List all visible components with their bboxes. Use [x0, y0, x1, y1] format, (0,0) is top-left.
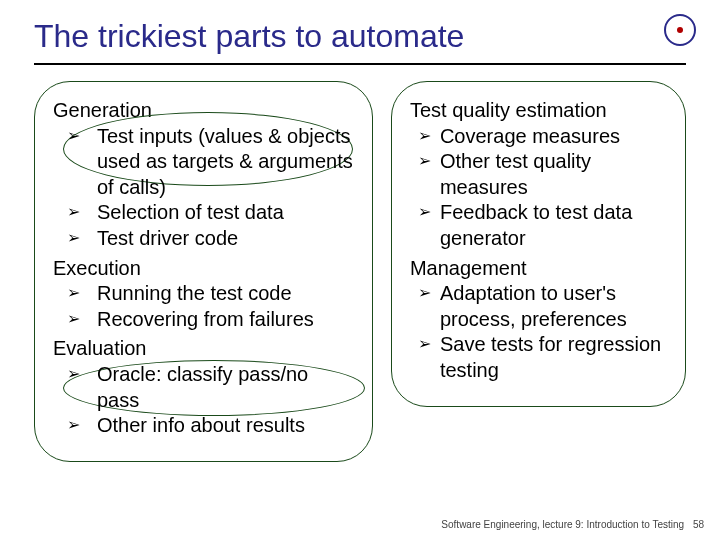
title-rule [34, 63, 686, 65]
list-item: Recovering from failures [67, 307, 354, 333]
evaluation-list: Oracle: classify pass/no pass Other info… [53, 362, 354, 439]
slide-title: The trickiest parts to automate [34, 18, 686, 55]
section-generation: Generation [53, 98, 354, 124]
columns: Generation Test inputs (values & objects… [34, 81, 686, 462]
right-box: Test quality estimation Coverage measure… [391, 81, 686, 407]
logo-circle [664, 14, 696, 46]
list-item: Other info about results [67, 413, 354, 439]
page-number: 58 [693, 519, 704, 530]
management-list: Adaptation to user's process, preference… [410, 281, 667, 383]
list-item: Test driver code [67, 226, 354, 252]
section-execution: Execution [53, 256, 354, 282]
list-item: Oracle: classify pass/no pass [67, 362, 354, 413]
list-item: Test inputs (values & objects used as ta… [67, 124, 354, 201]
list-item: Selection of test data [67, 200, 354, 226]
quality-list: Coverage measures Other test quality mea… [410, 124, 667, 252]
logo-dot-icon [677, 27, 683, 33]
footer-text: Software Engineering, lecture 9: Introdu… [441, 519, 684, 530]
section-evaluation: Evaluation [53, 336, 354, 362]
footer: Software Engineering, lecture 9: Introdu… [441, 519, 704, 530]
list-item: Save tests for regression testing [418, 332, 667, 383]
execution-list: Running the test code Recovering from fa… [53, 281, 354, 332]
left-box: Generation Test inputs (values & objects… [34, 81, 373, 462]
list-item: Running the test code [67, 281, 354, 307]
section-management: Management [410, 256, 667, 282]
list-item: Feedback to test data generator [418, 200, 667, 251]
list-item: Coverage measures [418, 124, 667, 150]
list-item: Other test quality measures [418, 149, 667, 200]
slide: The trickiest parts to automate Generati… [0, 0, 720, 540]
section-quality: Test quality estimation [410, 98, 667, 124]
list-item: Adaptation to user's process, preference… [418, 281, 667, 332]
generation-list: Test inputs (values & objects used as ta… [53, 124, 354, 252]
